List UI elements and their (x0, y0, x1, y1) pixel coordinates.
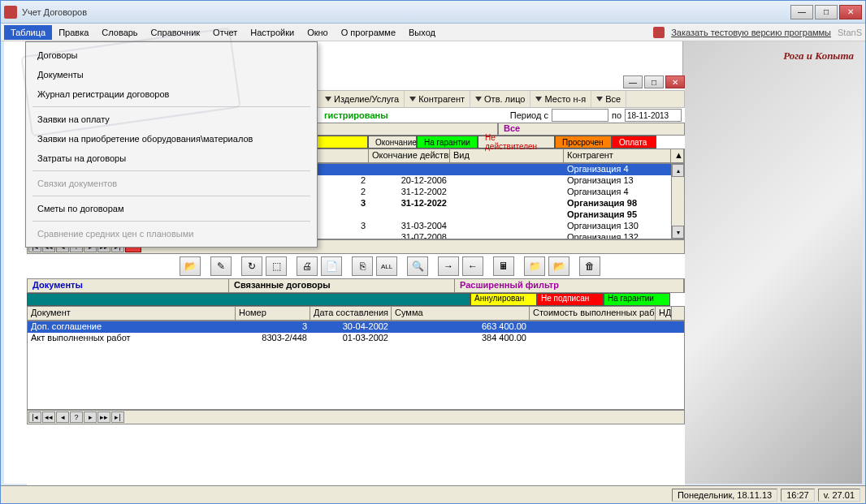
app-icon (4, 6, 17, 19)
nav-first-2[interactable]: |◂ (28, 411, 41, 423)
scroll-up[interactable]: ▴ (672, 164, 684, 177)
dropdown-item: Сравнение средних цен с плановыми (26, 224, 317, 243)
child-minimize[interactable]: — (623, 75, 643, 88)
scroll-down[interactable]: ▾ (672, 226, 684, 239)
tb-search[interactable]: 🔍 (407, 256, 428, 276)
dropdown-item[interactable]: Заявки на приобретение оборудования\мате… (26, 129, 317, 149)
tb-all[interactable]: ALL (376, 256, 397, 276)
filter-responsible[interactable]: Отв. лицо (470, 91, 530, 107)
nav-query-2[interactable]: ? (70, 411, 83, 423)
menu-nastroiki[interactable]: Настройки (244, 25, 301, 40)
tb-import[interactable]: ← (462, 256, 483, 276)
table-row[interactable]: Акт выполненных работ8303-2/44801-03-200… (28, 333, 684, 344)
order-icon (653, 27, 665, 38)
period-from-input[interactable] (552, 109, 608, 122)
order-link[interactable]: Заказать тестовую версию программы (671, 28, 831, 37)
tb-delete[interactable]: 🗑 (579, 256, 600, 276)
nav-next-2[interactable]: ▸ (84, 411, 97, 423)
dropdown-item[interactable]: Заявки на оплату (26, 110, 317, 129)
menu-otchet[interactable]: Отчет (206, 25, 244, 40)
dropdown-item[interactable]: Журнал регистрации договоров (26, 84, 317, 104)
tab-filter[interactable]: Расширенный фильтр (455, 279, 684, 292)
nav-last-2[interactable]: ▸| (111, 411, 124, 423)
maximize-button[interactable]: □ (815, 5, 838, 19)
tb-open[interactable]: 📂 (180, 256, 201, 276)
dropdown-item[interactable]: Документы (26, 65, 317, 84)
dropdown-item[interactable]: Сметы по договорам (26, 199, 317, 218)
table-row[interactable]: Доп. соглашение330-04-2002663 400.00 (28, 321, 684, 333)
status-warranty-2: На гарантии (604, 293, 670, 306)
tb-refresh[interactable]: ↻ (241, 256, 262, 276)
filter-all[interactable]: Все (591, 91, 626, 107)
status-end: Окончание (368, 136, 417, 149)
status-annulled: Аннулирован (470, 293, 537, 306)
period-to-input[interactable] (625, 109, 682, 122)
tb-folder[interactable]: 📁 (524, 256, 545, 276)
company-name: Рога и Копыта (783, 50, 854, 62)
menu-tablitsa[interactable]: Таблица (4, 25, 52, 40)
nav-next-page-2[interactable]: ▸▸ (97, 411, 110, 423)
dh-nd[interactable]: НД (656, 307, 672, 320)
col-end[interactable]: Окончание действия (369, 149, 450, 162)
status-invalid: Не действителен (478, 136, 555, 149)
tb-calc[interactable]: 🖩 (493, 256, 514, 276)
minimize-button[interactable]: — (790, 5, 813, 19)
tb-export[interactable]: → (438, 256, 459, 276)
status-overdue: Просрочен (555, 136, 612, 149)
menu-pravka[interactable]: Правка (52, 25, 95, 40)
nav-prev-page-2[interactable]: ◂◂ (42, 411, 55, 423)
dropdown-item[interactable]: Затраты на договоры (26, 149, 317, 168)
menu-about[interactable]: О программе (335, 25, 402, 40)
tb-copy[interactable]: ⎘ (352, 256, 373, 276)
menu-slovar[interactable]: Словарь (95, 25, 144, 40)
status-date: Понедельник, 18.11.13 (672, 489, 777, 502)
titlebar: Учет Договоров — □ ✕ (1, 1, 865, 24)
tb-edit[interactable]: ✎ (210, 256, 232, 276)
tb-print[interactable]: 🖨 (297, 256, 318, 276)
status-warranty: На гарантии (417, 136, 478, 149)
registered-label: гистрированы (319, 110, 388, 120)
docs-navigator: |◂ ◂◂ ◂ ? ▸ ▸▸ ▸| (27, 410, 685, 424)
menu-okno[interactable]: Окно (301, 25, 335, 40)
status-legend-2: Аннулирован Не подписан На гарантии (27, 293, 685, 306)
dh-num[interactable]: Номер (236, 307, 310, 320)
stans-label: StanS (838, 28, 862, 37)
nav-prev-2[interactable]: ◂ (56, 411, 69, 423)
col-type[interactable]: Вид (450, 149, 564, 162)
status-version: v. 27.01 (818, 489, 860, 502)
funnel-icon (409, 97, 416, 101)
filter-counterparty[interactable]: Контрагент (405, 91, 470, 107)
period-label: Период с (510, 110, 548, 120)
funnel-icon (535, 97, 542, 101)
window-title: Учет Договоров (22, 7, 790, 17)
menu-exit[interactable]: Выход (402, 25, 442, 40)
col-counterparty[interactable]: Контрагент (564, 149, 671, 162)
status-payment: Оплата (612, 136, 656, 149)
menubar: Таблица Правка Словарь Справочник Отчет … (1, 24, 865, 41)
tb-preview[interactable]: 📄 (321, 256, 342, 276)
funnel-icon (596, 97, 603, 101)
dh-date[interactable]: Дата составления (310, 307, 392, 320)
dh-sum[interactable]: Сумма (392, 307, 530, 320)
child-maximize[interactable]: □ (644, 75, 664, 88)
tb-select[interactable]: ⬚ (266, 256, 287, 276)
menu-spravochnik[interactable]: Справочник (145, 25, 207, 40)
funnel-icon (475, 97, 482, 101)
vertical-scrollbar[interactable]: ▴ ▾ (671, 164, 684, 239)
tab-linked[interactable]: Связанные договоры (229, 279, 455, 292)
tb-folder-open[interactable]: 📂 (548, 256, 569, 276)
dropdown-item[interactable]: Договоры (26, 45, 317, 65)
dh-doc[interactable]: Документ (28, 307, 236, 320)
toolbar: 📂 ✎ ↻ ⬚ 🖨 📄 ⎘ ALL 🔍 → ← 🖩 � (173, 254, 685, 278)
child-close[interactable]: ✕ (665, 75, 685, 88)
docs-grid[interactable]: Доп. соглашение330-04-2002663 400.00Акт … (27, 321, 685, 410)
dropdown-item: Связки документов (26, 174, 317, 193)
statusbar: Понедельник, 18.11.13 16:27 v. 27.01 (1, 485, 865, 503)
filter-product[interactable]: Изделие/Услуга (320, 91, 405, 107)
tab-documents[interactable]: Документы (28, 279, 229, 292)
close-button[interactable]: ✕ (839, 5, 862, 19)
filter-location[interactable]: Место н-я (530, 91, 591, 107)
status-not-signed: Не подписан (537, 293, 604, 306)
tablitsa-dropdown: ДоговорыДокументыЖурнал регистрации дого… (25, 41, 318, 248)
dh-cost[interactable]: Стоимость выполненных работ (530, 307, 656, 320)
